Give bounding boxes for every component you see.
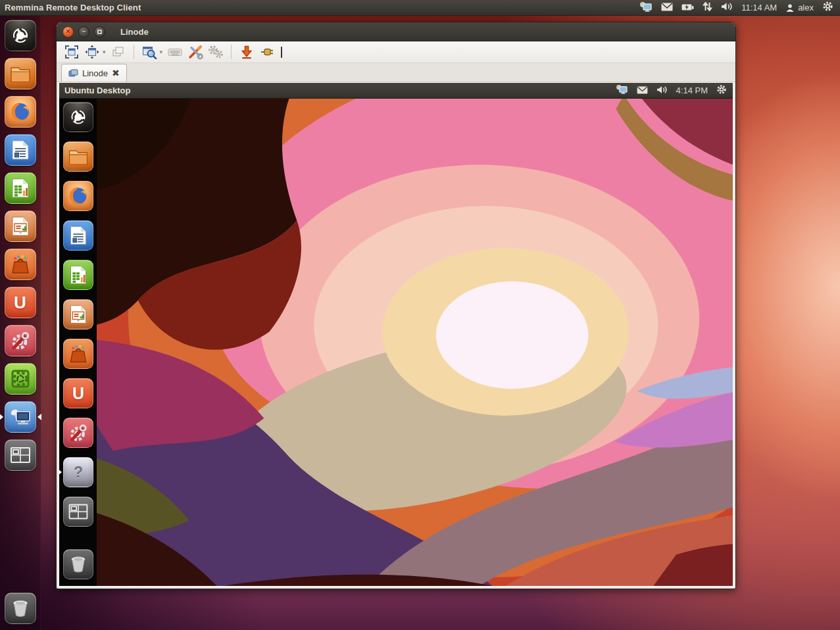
libreoffice-calc-icon [5,172,36,204]
remmina-window: ✕ – Linode ▾ ▾ [56,22,736,589]
host-launcher-item-calc[interactable] [5,172,36,204]
remote-launcher-item-trash[interactable] [62,549,93,579]
remote-launcher-item-dash[interactable] [62,102,93,132]
remote-launcher-item-workspaces[interactable] [62,497,93,527]
remmina-icon [5,401,36,433]
workspace-switcher-icon [62,497,93,527]
grab-keyboard-button[interactable] [166,43,184,61]
host-launcher-item-firefox[interactable] [5,96,36,128]
host-clock[interactable]: 11:14 AM [741,3,777,12]
desktop-root: Remmina Remote Desktop Client 11:14 AM [0,0,840,630]
remote-launcher: U ? [59,99,97,586]
libreoffice-writer-icon [62,220,93,251]
remote-launcher-item-unknown-app[interactable]: ? [62,457,93,487]
home-folder-icon [5,58,36,89]
host-launcher-item-system-settings[interactable] [5,325,36,356]
host-launcher-item-ubuntu-one[interactable]: U [5,287,36,318]
window-title: Linode [120,27,149,37]
host-launcher-item-impress[interactable] [5,210,36,242]
remote-launcher-item-system-settings[interactable] [62,418,93,448]
window-titlebar[interactable]: ✕ – Linode [57,22,735,41]
ubuntu-software-center-icon [62,339,93,369]
toggle-fullscreen-button[interactable] [62,43,81,61]
unknown-app-icon: ? [62,457,93,487]
scaled-mode-button[interactable] [140,43,159,61]
mail-icon[interactable] [637,85,648,97]
toolbar-separator [231,45,232,59]
remote-launcher-item-files[interactable] [62,141,93,172]
libreoffice-impress-icon [62,299,93,329]
tab-monitor-icon [68,69,78,77]
ubuntu-one-icon: U [5,287,36,318]
user-icon [785,3,795,12]
remote-desktop-indicator-icon[interactable] [616,84,628,97]
window-close-button[interactable]: ✕ [62,26,74,37]
tab-close-icon[interactable]: ✖ [112,68,120,78]
trash-icon [5,593,36,624]
close-icon: ✕ [65,28,70,35]
ubuntu-one-letter: U [14,293,26,313]
focused-indicator-arrow [37,414,41,420]
system-settings-icon [5,325,36,356]
mail-icon[interactable] [661,2,673,14]
host-launcher-item-writer[interactable] [5,134,36,166]
remote-wallpaper [59,83,733,586]
host-launcher-item-workspaces[interactable] [5,439,36,471]
ubuntu-dash-icon [5,20,36,51]
ubuntu-one-icon: U [62,378,93,408]
remote-indicator-tray: 4:14 PM [616,84,733,97]
fit-window-button[interactable] [83,43,101,61]
tools-button[interactable] [186,43,205,61]
host-launcher-item-files[interactable] [5,58,36,89]
minimize-icon: – [82,28,86,35]
ubuntu-software-center-icon [5,249,36,280]
host-clock-text: 11:14 AM [741,3,777,12]
host-launcher-item-software-center[interactable] [5,249,36,280]
home-folder-icon [62,141,93,172]
scaled-mode-options-caret[interactable]: ▾ [160,49,163,55]
volume-icon[interactable] [721,2,733,14]
fit-window-options-caret[interactable]: ▾ [103,49,106,55]
connection-tabbar: Linode ✖ [57,63,735,82]
remote-launcher-item-software-center[interactable] [62,339,93,369]
volume-icon[interactable] [656,85,668,97]
host-launcher-item-remmina[interactable] [5,401,36,433]
host-launcher-item-dash[interactable] [5,20,36,51]
username-text: alex [798,3,814,12]
toolbar-separator [134,45,134,59]
remote-launcher-item-ubuntu-one[interactable]: U [62,378,93,408]
window-minimize-button[interactable]: – [78,26,89,37]
tab-linode[interactable]: Linode ✖ [61,64,127,82]
firefox-icon [5,96,36,128]
remmina-toolbar: ▾ ▾ [57,41,735,63]
preferences-gears-button[interactable] [207,43,225,61]
host-launcher-item-software-updater[interactable] [5,363,36,395]
user-menu[interactable]: alex [785,3,814,12]
question-mark-glyph: ? [73,464,82,481]
remote-launcher-item-calc[interactable] [62,260,93,290]
remote-desktop-indicator-icon[interactable] [639,1,653,14]
host-launcher: U [0,16,41,630]
libreoffice-impress-icon [5,210,36,242]
host-launcher-item-trash[interactable] [5,593,36,624]
minimize-window-button[interactable] [237,43,256,61]
maximize-icon [97,30,102,34]
disconnect-button[interactable] [258,43,276,61]
remote-launcher-item-firefox[interactable] [62,181,93,211]
remote-menubar-title: Ubuntu Desktop [59,85,130,95]
remote-launcher-item-impress[interactable] [62,299,93,329]
trash-icon [62,549,93,579]
remote-desktop-viewport[interactable]: Ubuntu Desktop 4:14 PM [59,82,733,587]
workspace-switcher-icon [5,439,36,471]
sync-arrows-icon[interactable] [703,2,712,14]
session-gear-icon[interactable] [716,84,727,97]
battery-icon[interactable] [681,2,694,14]
libreoffice-calc-icon [62,260,93,290]
remote-clock-text[interactable]: 4:14 PM [676,85,708,95]
window-maximize-button[interactable] [94,26,105,37]
duplicate-connection-button[interactable] [109,43,128,61]
toolbar-focus-caret [281,47,282,58]
remote-top-panel: Ubuntu Desktop 4:14 PM [59,83,733,99]
remote-launcher-item-writer[interactable] [62,220,93,251]
session-gear-icon[interactable] [822,1,833,14]
